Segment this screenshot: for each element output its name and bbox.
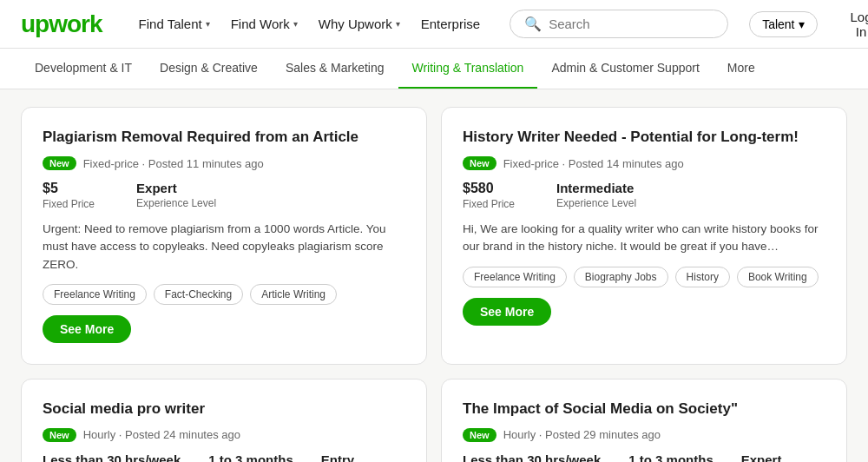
exp-block: Entry Experience Level (321, 452, 401, 462)
chevron-down-icon: ▾ (799, 17, 805, 31)
price-amount: $5 (43, 181, 95, 196)
job-description: Hi, We are looking for a quality writer … (463, 221, 825, 256)
see-more-button[interactable]: See More (43, 315, 131, 343)
duration-block: 1 to 3 months Duration (628, 452, 713, 462)
exp-level: Expert (741, 452, 821, 462)
search-bar[interactable]: 🔍 (510, 10, 728, 38)
job-title: The Impact of Social Media on Society" (463, 400, 825, 418)
card-meta: New Fixed-price · Posted 11 minutes ago (43, 156, 405, 170)
meta-text: Hourly · Posted 24 minutes ago (83, 428, 240, 441)
price-label: Fixed Price (463, 198, 515, 210)
duration-amount: 1 to 3 months (628, 452, 713, 462)
hours-amount: Less than 30 hrs/week (43, 452, 181, 462)
exp-block: Expert Experience Level (136, 181, 216, 210)
card-meta: New Hourly · Posted 29 minutes ago (463, 428, 825, 442)
job-title: Social media pro writer (43, 400, 405, 418)
nav-why-upwork[interactable]: Why Upwork ▾ (310, 11, 409, 36)
exp-block: Intermediate Experience Level (556, 181, 636, 210)
tag-item[interactable]: Book Writing (737, 267, 819, 287)
nav-find-work[interactable]: Find Work ▾ (222, 11, 306, 36)
subnav-design[interactable]: Design & Creative (146, 49, 272, 89)
nav-find-talent[interactable]: Find Talent ▾ (130, 11, 219, 36)
subnav-sales[interactable]: Sales & Marketing (272, 49, 398, 89)
main-content: Plagiarism Removal Required from an Arti… (0, 89, 868, 462)
meta-text: Fixed-price · Posted 11 minutes ago (83, 157, 264, 170)
price-block: $580 Fixed Price (463, 181, 515, 210)
card-meta: New Hourly · Posted 24 minutes ago (43, 428, 405, 442)
three-col-row: Less than 30 hrs/week Hours needed 1 to … (463, 452, 825, 462)
chevron-down-icon: ▾ (293, 19, 298, 29)
exp-level: Entry (321, 452, 401, 462)
main-nav: Find Talent ▾ Find Work ▾ Why Upwork ▾ E… (130, 11, 490, 36)
subnav-writing[interactable]: Writing & Translation (398, 49, 538, 89)
job-cards-grid: Plagiarism Removal Required from an Arti… (21, 107, 847, 462)
price-amount: $580 (463, 181, 515, 196)
subnav-more[interactable]: More (713, 49, 769, 89)
tag-item[interactable]: Freelance Writing (463, 267, 567, 287)
meta-text: Fixed-price · Posted 14 minutes ago (503, 157, 684, 170)
search-input[interactable] (549, 16, 713, 31)
price-block: $5 Fixed Price (43, 181, 95, 210)
hours-amount: Less than 30 hrs/week (463, 452, 601, 462)
subnav-admin[interactable]: Admin & Customer Support (537, 49, 713, 89)
price-row: $5 Fixed Price Expert Experience Level (43, 181, 405, 210)
exp-sub-label: Experience Level (136, 197, 216, 209)
header: upwork Find Talent ▾ Find Work ▾ Why Upw… (0, 0, 868, 49)
three-col-row: Less than 30 hrs/week Hours needed 1 to … (43, 452, 405, 462)
job-title: History Writer Needed - Potential for Lo… (463, 129, 825, 146)
hours-block: Less than 30 hrs/week Hours needed (463, 452, 601, 462)
new-badge: New (43, 156, 76, 170)
login-button[interactable]: Log In (838, 4, 869, 44)
job-card-3: Social media pro writer New Hourly · Pos… (21, 379, 427, 462)
tag-item[interactable]: Freelance Writing (43, 284, 147, 305)
exp-sub-label: Experience Level (556, 197, 636, 209)
job-card-1: Plagiarism Removal Required from an Arti… (21, 107, 427, 365)
upwork-logo[interactable]: upwork (21, 10, 102, 38)
exp-level: Intermediate (556, 181, 636, 195)
price-row: $580 Fixed Price Intermediate Experience… (463, 181, 825, 210)
hours-block: Less than 30 hrs/week Hours needed (43, 452, 181, 462)
tag-item[interactable]: Biography Jobs (574, 267, 668, 287)
tag-item[interactable]: Fact-Checking (154, 284, 243, 305)
sub-nav: Development & IT Design & Creative Sales… (0, 49, 868, 89)
subnav-development[interactable]: Development & IT (21, 49, 146, 89)
duration-block: 1 to 3 months Duration (208, 452, 293, 462)
search-icon: 🔍 (524, 16, 542, 32)
new-badge: New (463, 428, 496, 442)
meta-text: Hourly · Posted 29 minutes ago (503, 428, 661, 441)
tags-container: Freelance Writing Biography Jobs History… (463, 267, 825, 287)
see-more-button[interactable]: See More (463, 298, 551, 326)
exp-block: Expert Experience Level (741, 452, 821, 462)
job-title: Plagiarism Removal Required from an Arti… (43, 129, 405, 146)
new-badge: New (463, 156, 496, 170)
chevron-down-icon: ▾ (396, 19, 400, 29)
price-label: Fixed Price (43, 198, 95, 210)
tag-item[interactable]: Article Writing (250, 284, 337, 305)
nav-enterprise[interactable]: Enterprise (412, 11, 489, 36)
job-card-4: The Impact of Social Media on Society" N… (441, 379, 847, 462)
chevron-down-icon: ▾ (206, 19, 210, 29)
job-card-2: History Writer Needed - Potential for Lo… (441, 107, 847, 365)
card-meta: New Fixed-price · Posted 14 minutes ago (463, 156, 825, 170)
talent-dropdown-button[interactable]: Talent ▾ (749, 11, 817, 37)
exp-level: Expert (136, 181, 216, 195)
tags-container: Freelance Writing Fact-Checking Article … (43, 284, 405, 305)
duration-amount: 1 to 3 months (208, 452, 293, 462)
tag-item[interactable]: History (675, 267, 730, 287)
new-badge: New (43, 428, 76, 442)
job-description: Urgent: Need to remove plagiarism from a… (43, 221, 405, 274)
